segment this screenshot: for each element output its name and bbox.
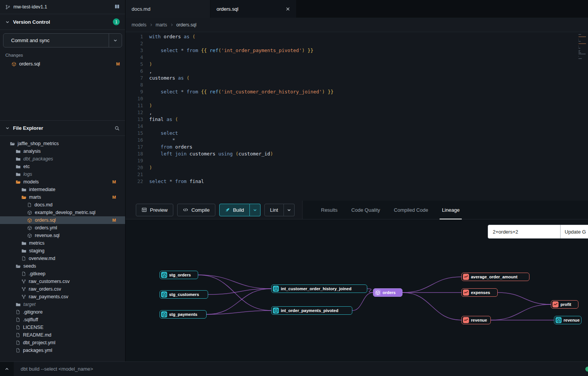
- lineage-node-stg_orders[interactable]: stg_orders: [160, 271, 198, 279]
- changed-file-orders-sql[interactable]: orders.sql M: [0, 60, 125, 68]
- tree-item-revenue.sql[interactable]: revenue.sql: [0, 232, 125, 239]
- preview-button[interactable]: Preview: [136, 204, 173, 216]
- folderOpen-icon: [16, 264, 21, 269]
- file-name: raw_customers.csv: [29, 279, 70, 284]
- lint-options-button[interactable]: [284, 204, 295, 216]
- code-line: select * from {{ ref('int_customer_order…: [149, 88, 334, 95]
- search-icon[interactable]: [114, 126, 120, 131]
- tab-docs-md[interactable]: docs.md: [125, 0, 210, 18]
- seed-icon: [21, 294, 26, 299]
- tree-item-etc[interactable]: etc: [0, 163, 125, 170]
- tab-compiled-code[interactable]: Compiled Code: [387, 201, 435, 219]
- chevron-right-icon: [149, 23, 153, 27]
- chevron-up-icon[interactable]: [0, 367, 14, 371]
- tree-item-raw_payments.csv[interactable]: raw_payments.csv: [0, 293, 125, 301]
- code-line: ): [149, 61, 334, 68]
- tab-lineage[interactable]: Lineage: [435, 201, 466, 219]
- tree-item-overview.md[interactable]: overview.md: [0, 255, 125, 262]
- tab-orders-sql[interactable]: orders.sql: [210, 0, 296, 18]
- lineage-node-profit[interactable]: profit: [551, 300, 578, 309]
- tree-item-docs.md[interactable]: docs.md: [0, 201, 125, 209]
- file-name: .gitignore: [23, 309, 42, 315]
- tree-item-staging[interactable]: staging: [0, 247, 125, 255]
- tree-item-orders.yml[interactable]: orders.yml: [0, 224, 125, 232]
- file-name: raw_payments.csv: [29, 294, 68, 299]
- tree-item-metrics[interactable]: metrics: [0, 239, 125, 247]
- file-name: intermediate: [29, 187, 55, 192]
- file-name: seeds: [23, 263, 36, 269]
- tree-item-packages.yml[interactable]: packages.yml: [0, 347, 125, 354]
- breadcrumb-item: models: [132, 22, 147, 28]
- file-icon: [16, 348, 20, 353]
- version-control-header[interactable]: Version Control 1: [0, 14, 125, 30]
- lineage-node-expenses[interactable]: expenses: [461, 288, 498, 297]
- file-name: target: [23, 302, 36, 307]
- tree-item-orders.sql[interactable]: orders.sqlM: [0, 216, 125, 224]
- tree-item-.gitignore[interactable]: .gitignore: [0, 308, 125, 316]
- command-input[interactable]: [14, 362, 588, 376]
- tree-item-intermediate[interactable]: intermediate: [0, 186, 125, 193]
- lineage-node-stg_customers[interactable]: stg_customers: [160, 290, 208, 299]
- lineage-filter-input[interactable]: [488, 225, 560, 239]
- minimap[interactable]: [578, 34, 587, 59]
- code-line: select * from final: [149, 178, 334, 185]
- sidebar: mw-test-idev1.1 Version Control 1 Commit…: [0, 0, 125, 361]
- tree-item-jaffle_shop_metrics[interactable]: jaffle_shop_metrics: [0, 140, 125, 147]
- file-name: logs: [23, 172, 32, 177]
- lineage-node-revenue_metric[interactable]: revenue: [461, 316, 491, 324]
- node-label: stg_customers: [169, 292, 199, 297]
- tree-item-README.md[interactable]: README.md: [0, 331, 125, 339]
- build-button[interactable]: Build: [219, 204, 250, 216]
- lineage-edge: [367, 289, 373, 293]
- commit-options-chevron-icon[interactable]: [109, 34, 122, 47]
- lineage-edge: [352, 293, 373, 311]
- file-explorer-header[interactable]: File Explorer: [0, 120, 125, 136]
- tree-item-raw_orders.csv[interactable]: raw_orders.csv: [0, 285, 125, 293]
- lineage-node-orders[interactable]: orders: [373, 288, 402, 297]
- tree-item-seeds[interactable]: seeds: [0, 262, 125, 270]
- tree-item-LICENSE[interactable]: LICENSE: [0, 324, 125, 331]
- file-icon: [16, 333, 20, 337]
- code-line: ,: [149, 109, 334, 116]
- update-graph-button[interactable]: Update G: [560, 225, 588, 239]
- tab-code-quality[interactable]: Code Quality: [344, 201, 387, 219]
- tree-item-.gitkeep[interactable]: .gitkeep: [0, 270, 125, 278]
- file-name: overview.md: [29, 256, 55, 261]
- dbt-ide: mw-test-idev1.1 Version Control 1 Commit…: [0, 0, 588, 376]
- lineage-node-stg_payments[interactable]: stg_payments: [160, 310, 207, 319]
- lineage-node-revenue_model[interactable]: revenue: [554, 316, 581, 324]
- file-name: etc: [23, 164, 30, 169]
- compile-button[interactable]: Compile: [177, 204, 215, 216]
- commit-and-sync-button[interactable]: Commit and sync: [3, 33, 122, 47]
- lint-button[interactable]: Lint: [264, 204, 284, 216]
- tree-item-dbt_packages[interactable]: dbt_packages: [0, 155, 125, 163]
- tree-item-marts[interactable]: martsM: [0, 193, 125, 201]
- lineage-node-int_order_payments_pivoted[interactable]: int_order_payments_pivoted: [271, 306, 352, 315]
- layout-columns-icon[interactable]: [114, 4, 120, 10]
- tree-item-raw_customers.csv[interactable]: raw_customers.csv: [0, 278, 125, 285]
- lineage-node-int_customer_order_history_joined[interactable]: int_customer_order_history_joined: [271, 284, 367, 293]
- file-name: docs.md: [34, 202, 52, 208]
- tab-results[interactable]: Results: [314, 201, 344, 219]
- tree-item-analysis[interactable]: analysis: [0, 147, 125, 155]
- close-icon[interactable]: [286, 7, 290, 11]
- lineage-edge: [498, 293, 551, 304]
- tree-item-example_develop_metric.sql[interactable]: example_develop_metric.sql: [0, 209, 125, 216]
- lineage-edge: [207, 311, 271, 314]
- chevron-down-icon: [5, 20, 10, 24]
- tree-item-.sqlfluff[interactable]: .sqlfluff: [0, 316, 125, 324]
- tree-item-target[interactable]: target: [0, 301, 125, 308]
- tree-item-logs[interactable]: logs: [0, 170, 125, 178]
- code-editor[interactable]: 12345678910111213141516171819202122 with…: [125, 32, 588, 201]
- main-area: docs.md orders.sql models marts orders.s…: [125, 0, 588, 361]
- model-cube-icon: [273, 286, 279, 292]
- code-line: from orders: [149, 144, 334, 150]
- metric-chart-icon: [463, 274, 469, 280]
- lineage-node-average_order_amount[interactable]: average_order_amount: [461, 273, 529, 281]
- file-icon: [21, 271, 26, 276]
- git-branch-icon: [5, 5, 10, 10]
- seed-icon: [21, 279, 26, 284]
- tree-item-dbt_project.yml[interactable]: dbt_project.yml: [0, 339, 125, 347]
- tree-item-models[interactable]: modelsM: [0, 178, 125, 186]
- build-options-button[interactable]: [250, 204, 261, 216]
